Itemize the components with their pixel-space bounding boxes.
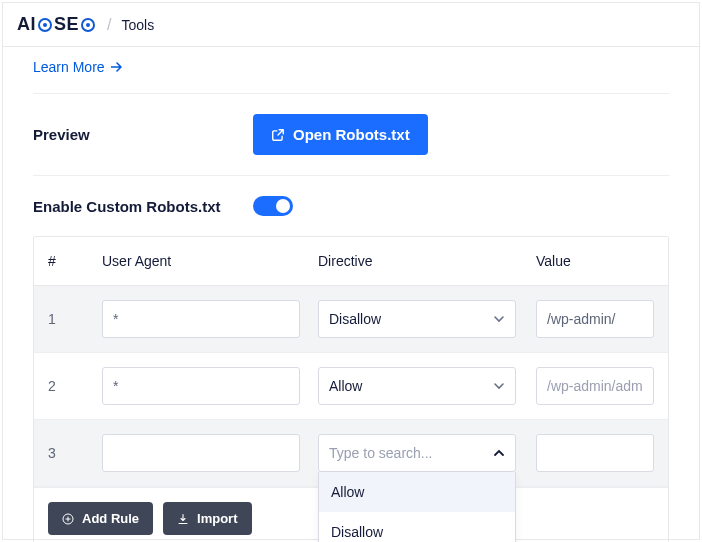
chevron-up-icon: [493, 447, 505, 459]
directive-placeholder: Type to search...: [329, 445, 433, 461]
breadcrumb: Tools: [121, 17, 154, 33]
toggle-knob: [276, 199, 290, 213]
directive-select-open[interactable]: Type to search...: [318, 434, 516, 472]
value-field[interactable]: [536, 300, 654, 338]
value-field[interactable]: [536, 434, 654, 472]
chevron-down-icon: [493, 313, 505, 325]
directive-dropdown: Allow Disallow Clean-param Crawl-delay: [318, 472, 516, 542]
ua-field[interactable]: [102, 300, 300, 338]
value-field[interactable]: [536, 367, 654, 405]
directive-select[interactable]: Disallow: [318, 300, 516, 338]
dropdown-option-allow[interactable]: Allow: [319, 472, 515, 512]
breadcrumb-separator: /: [107, 16, 111, 34]
open-robots-button[interactable]: Open Robots.txt: [253, 114, 428, 155]
ua-field[interactable]: [102, 434, 300, 472]
logo: AISE: [17, 14, 97, 35]
target-icon: [80, 17, 96, 33]
enable-toggle[interactable]: [253, 196, 293, 216]
plus-circle-icon: [62, 513, 74, 525]
learn-more-label: Learn More: [33, 59, 105, 75]
table-row: 1 Disallow: [34, 286, 668, 353]
directive-value: Allow: [329, 378, 362, 394]
import-button[interactable]: Import: [163, 502, 251, 535]
app-header: AISE / Tools: [3, 3, 699, 47]
external-link-icon: [271, 128, 285, 142]
open-robots-label: Open Robots.txt: [293, 126, 410, 143]
svg-point-1: [43, 23, 47, 27]
row-num: 3: [48, 445, 102, 461]
rules-table: # User Agent Directive Value 1 Disallow …: [33, 236, 669, 542]
col-header-dir: Directive: [318, 253, 536, 269]
preview-label: Preview: [33, 126, 253, 143]
directive-value: Disallow: [329, 311, 381, 327]
dropdown-option-disallow[interactable]: Disallow: [319, 512, 515, 542]
row-num: 2: [48, 378, 102, 394]
row-num: 1: [48, 311, 102, 327]
add-rule-label: Add Rule: [82, 511, 139, 526]
chevron-down-icon: [493, 380, 505, 392]
learn-more-link[interactable]: Learn More: [33, 59, 123, 75]
enable-label: Enable Custom Robots.txt: [33, 198, 253, 215]
col-header-ua: User Agent: [102, 253, 318, 269]
import-label: Import: [197, 511, 237, 526]
arrow-right-icon: [111, 62, 123, 72]
gear-icon: [37, 17, 53, 33]
enable-row: Enable Custom Robots.txt: [33, 175, 669, 236]
import-icon: [177, 513, 189, 525]
table-row: 3 Type to search... Allow Disallow Clean…: [34, 420, 668, 487]
table-row: 2 Allow: [34, 353, 668, 420]
col-header-num: #: [48, 253, 102, 269]
preview-row: Preview Open Robots.txt: [33, 93, 669, 175]
directive-select[interactable]: Allow: [318, 367, 516, 405]
col-header-val: Value: [536, 253, 654, 269]
add-rule-button[interactable]: Add Rule: [48, 502, 153, 535]
svg-point-3: [86, 23, 90, 27]
table-header: # User Agent Directive Value: [34, 237, 668, 286]
ua-field[interactable]: [102, 367, 300, 405]
